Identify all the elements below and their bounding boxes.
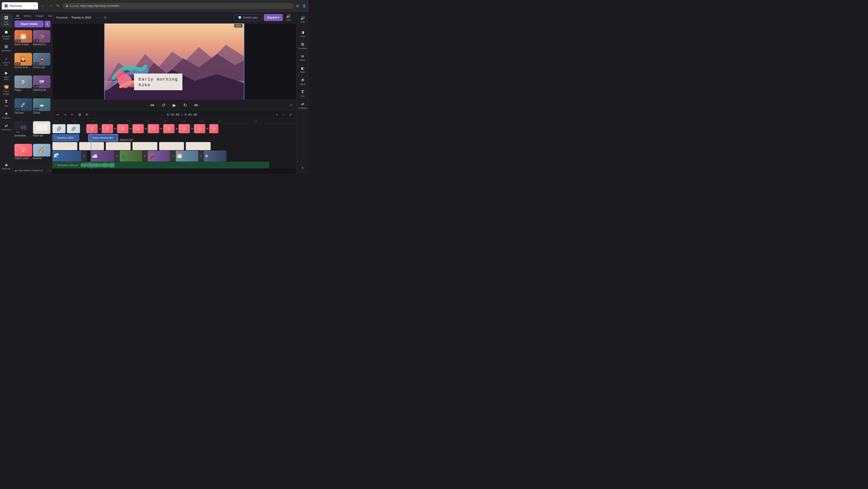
list-item[interactable]: 🌄 3:45 Sunrise on th... [14, 53, 32, 75]
graphic-clip-organic-8[interactable]: 🎨 [194, 124, 205, 133]
switch-plan-button[interactable]: 💎 Switch plan [234, 14, 262, 21]
zoom-out-button[interactable]: − [281, 112, 286, 118]
backup-chevron-icon[interactable]: ∧ [49, 169, 51, 172]
graphic-clip-rainbow[interactable]: 🌈 [53, 124, 66, 133]
graphic-clip-organic-7[interactable]: 🎨 [179, 124, 190, 133]
extensions-button[interactable]: ⊞ [296, 3, 300, 8]
back-button[interactable]: ← [40, 3, 46, 9]
graphic-clip-rainbow-2[interactable]: 🌈 [67, 124, 80, 133]
graphic-clip-organic-2[interactable]: 🎨 [102, 124, 113, 133]
sidebar-item-brand-kit[interactable]: ◈ Brand kit [0, 161, 12, 172]
audio-button[interactable]: 🔊 Audio [285, 13, 292, 22]
forward-button[interactable]: → [48, 3, 54, 9]
sidebar-item-graphics[interactable]: ★ Graphics [0, 110, 12, 121]
delete-button[interactable]: 🗑 [77, 112, 83, 117]
list-item[interactable]: 👫 0:18 ✓ Boarding the... [33, 30, 51, 52]
graphic-clip-organic-6[interactable]: 🎨 [163, 124, 175, 133]
redo-button[interactable]: ↪ [62, 112, 68, 117]
tab-images[interactable]: Images [34, 13, 46, 19]
video-clip-1[interactable]: 🌊 [53, 151, 81, 162]
video-clip-2[interactable]: 🏙 [92, 151, 114, 162]
duplicate-button[interactable]: ⧉ [85, 112, 90, 117]
transition-marker-3[interactable]: ⇄ [143, 151, 147, 162]
sidebar-item-stock-images[interactable]: 🌄 Stock images [0, 83, 12, 97]
right-sidebar-item-text[interactable]: T Text [297, 88, 309, 99]
image-clip-3[interactable] [106, 142, 131, 150]
sidebar-item-music-sfx[interactable]: ♪ Music & SFX [0, 54, 12, 68]
profile-button[interactable]: 👤 [301, 3, 307, 8]
sidebar-item-templates[interactable]: ⊞ Templates [0, 42, 12, 54]
skip-back-button[interactable]: ⏮ [149, 102, 156, 108]
preview-canvas[interactable]: Early morning hike 16:9 [104, 24, 244, 99]
graphic-clip-organic-3[interactable]: 🎨 [117, 124, 128, 133]
refresh-button[interactable]: ↻ [55, 3, 61, 9]
video-clip-6[interactable]: ✈ [204, 151, 226, 162]
text-clip-morning-hike[interactable]: T Early morning hike [88, 134, 118, 141]
list-item[interactable]: 3:34 Destination... [14, 121, 32, 143]
video-clip-4[interactable]: 💃 [148, 151, 170, 162]
transition-marker-4[interactable]: ⇄ [170, 151, 175, 162]
right-sidebar-collapse-button[interactable]: ‹ [297, 163, 309, 172]
tab-videos[interactable]: Videos [22, 13, 33, 19]
right-sidebar-item-audio[interactable]: 🔊 Audio [297, 13, 309, 25]
list-item[interactable]: 🌈 ✓ Rainbow [33, 144, 51, 166]
image-clip-4[interactable] [132, 142, 157, 150]
timeline-expand-button[interactable]: ⤢ [288, 112, 293, 118]
image-clip-2[interactable] [79, 142, 104, 150]
graphic-clip-organic-1[interactable]: 🎨 [86, 124, 98, 133]
graphic-clip-organic-4[interactable]: 🎨 [132, 124, 144, 133]
breadcrumb-parent[interactable]: Personal [56, 16, 68, 19]
address-bar[interactable]: 🔒 Secured https://app.clipchamp.com/edit… [63, 3, 293, 8]
audio-clip[interactable]: ♫ Destination unknown [53, 162, 269, 168]
skip-forward-button[interactable]: ⏭ [193, 102, 200, 108]
right-sidebar-item-transition[interactable]: ⇄ Transition [297, 100, 309, 111]
list-item[interactable]: 🗺 1:53 ✓ Exploring the... [33, 76, 51, 97]
import-media-arrow-button[interactable]: ▾ [44, 21, 51, 27]
sidebar-item-transitions[interactable]: ⇄ Transitions [0, 121, 12, 133]
import-media-button[interactable]: Import media [14, 21, 43, 27]
rewind-button[interactable]: ↺ [160, 102, 167, 109]
play-button[interactable]: ▶ [171, 102, 178, 109]
list-item[interactable]: 🌅 0:35 ✓ Beach at dusk [14, 30, 32, 52]
browser-tab[interactable]: Clipchamp ✕ [2, 2, 38, 9]
playhead[interactable] [91, 124, 91, 169]
list-item[interactable]: ☁ 2:14 ✓ Cloudy... [33, 98, 51, 120]
transition-marker-5[interactable]: ⇄ [199, 151, 203, 162]
close-tab-button[interactable]: ✕ [33, 4, 35, 7]
image-clip-1[interactable] [53, 142, 77, 150]
fullscreen-button[interactable]: ⤢ [289, 103, 292, 107]
video-clip-3[interactable]: 🌲 [120, 151, 142, 162]
tab-audio[interactable]: Audio [46, 13, 53, 19]
right-sidebar-item-speed[interactable]: ⚡ Speed [297, 76, 309, 87]
clip-cut-marker-1[interactable]: ✂ [98, 124, 101, 133]
list-item[interactable]: ✓ Paper tear [33, 121, 51, 143]
zoom-in-button[interactable]: + [274, 112, 279, 118]
image-clip-5[interactable] [159, 142, 184, 150]
list-item[interactable]: 🎨 ✓ Organic paste... [14, 144, 32, 166]
text-clip-travels[interactable]: T Travels in 2022 [53, 134, 79, 141]
sync-button[interactable]: ⟳ [103, 15, 108, 20]
transition-marker-2[interactable]: ⇄ [115, 151, 119, 162]
image-clip-6[interactable] [186, 142, 211, 150]
sidebar-item-record-create[interactable]: ⏺ Record & create [0, 28, 12, 42]
video-clip-5[interactable]: 🌅 [176, 151, 198, 162]
more-options-button[interactable]: ⋯ [95, 15, 101, 20]
list-item[interactable]: 🚗 0:16 ✓ On the road [33, 53, 51, 75]
tab-all[interactable]: All [14, 13, 21, 19]
right-sidebar-item-transform[interactable]: ⊞ Transform [297, 40, 309, 52]
cut-button[interactable]: ✂ [70, 112, 75, 117]
sidebar-item-text[interactable]: T Text [0, 97, 12, 109]
export-button[interactable]: Export ▾ [264, 14, 283, 21]
undo-button[interactable]: ↩ [55, 112, 61, 117]
right-sidebar-item-fade[interactable]: ◐ Fade [297, 64, 309, 75]
transition-marker-1[interactable]: ⇄ [82, 151, 86, 162]
graphic-clip-organic-9[interactable]: 🎨 [209, 124, 218, 133]
graphic-clip-organic-5[interactable]: 🎨 [148, 124, 159, 133]
list-item[interactable]: 🌫 Foggy... [14, 76, 32, 97]
right-sidebar-item-filters[interactable]: ≋ Filters [297, 52, 309, 63]
sidebar-item-stock-video[interactable]: ▶ Stock video [0, 69, 12, 83]
list-item[interactable]: 🚀 1:41 ✓ Fast lane [14, 98, 32, 120]
right-sidebar-item-color[interactable]: ◑ Color [297, 28, 309, 39]
fast-forward-button[interactable]: ↻ [182, 102, 189, 109]
sidebar-item-your-media[interactable]: 🖼 Your media [0, 13, 12, 28]
